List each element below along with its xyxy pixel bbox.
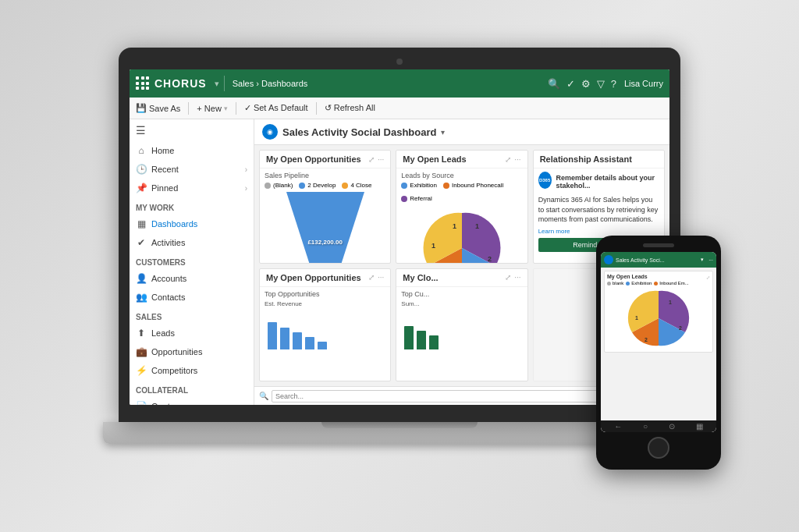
- phone-card-icon[interactable]: ⤢: [706, 275, 710, 280]
- rel-message-short: Remember details about your stakehol...: [556, 174, 659, 190]
- develop-dot: [299, 183, 305, 189]
- refresh-button[interactable]: ↺ Refresh All: [325, 103, 375, 113]
- leads-card: My Open Leads ⤢ ··· Leads by Source: [396, 150, 527, 264]
- sidebar: ☰ ⌂ Home 🕒 Recent › 📌: [130, 119, 254, 405]
- toolbar: 💾 Save As + New ▾ ✓ Set As Default: [130, 98, 669, 119]
- phone-square-icon[interactable]: ○: [643, 422, 648, 431]
- settings-icon[interactable]: ⚙: [581, 78, 591, 90]
- funnel-chart: £132,200.00 0 0: [265, 192, 385, 263]
- phone-content: My Open Leads ⤢ blank Exhibition: [601, 268, 716, 420]
- leads-card-actions: ⤢ ···: [505, 155, 520, 164]
- phone-leads-card: My Open Leads ⤢ blank Exhibition: [604, 271, 713, 353]
- svg-text:1: 1: [669, 300, 672, 305]
- save-as-button[interactable]: 💾 Save As: [136, 103, 180, 113]
- svg-marker-0: [286, 192, 364, 263]
- laptop-screen: CHORUS ▾ Sales › Dashboards 🔍 ✓ ⚙ ▽ ? Li…: [130, 69, 669, 405]
- tasks-icon[interactable]: ✓: [566, 78, 575, 90]
- phone-title: Sales Activity Soci...: [616, 257, 698, 263]
- legend-exhibition: Exhibition: [401, 182, 437, 189]
- accounts-icon: 👤: [136, 273, 147, 284]
- bar-2: [280, 328, 289, 349]
- toolbar-sep-1: [188, 102, 189, 115]
- bar-3: [293, 332, 302, 349]
- phone-nav: Sales Activity Soci... ▾ ···: [601, 252, 716, 268]
- legend-develop: 2 Develop: [299, 182, 336, 189]
- sidebar-item-quotes[interactable]: 📄 Quotes: [130, 397, 254, 405]
- expand-icon[interactable]: ⤢: [368, 155, 375, 164]
- leads-pie-chart: 1 2 2 1 1: [401, 205, 522, 263]
- leads-legend: Exhibition Inbound Phonecall: [401, 182, 522, 202]
- bar-1: [268, 322, 277, 349]
- referral-dot: [401, 196, 407, 202]
- closed-bar-chart: [401, 310, 522, 349]
- scene: CHORUS ▾ Sales › Dashboards 🔍 ✓ ⚙ ▽ ? Li…: [0, 0, 799, 532]
- sidebar-item-leads[interactable]: ⬆ Leads: [130, 324, 254, 342]
- hamburger-icon[interactable]: ☰: [130, 119, 254, 141]
- sidebar-item-competitors[interactable]: ⚡ Competitors: [130, 361, 254, 380]
- card-actions: ⤢ ···: [368, 155, 384, 164]
- top-opp-expand-icon[interactable]: ⤢: [368, 273, 375, 282]
- sidebar-item-contacts[interactable]: 👥 Contacts: [130, 288, 254, 307]
- sidebar-item-pinned[interactable]: 📌 Pinned ›: [130, 179, 254, 197]
- nav-breadcrumb: Sales › Dashboards: [233, 79, 308, 88]
- search-bottom-icon: 🔍: [259, 392, 268, 400]
- svg-text:1: 1: [431, 242, 435, 250]
- phone-app-icon: [604, 255, 613, 264]
- new-button[interactable]: + New ▾: [197, 104, 228, 113]
- app-logo: CHORUS: [154, 77, 207, 90]
- help-icon[interactable]: ?: [611, 78, 616, 90]
- learn-more-link[interactable]: Learn more: [538, 228, 659, 235]
- svg-text:1: 1: [453, 222, 456, 230]
- grid-icon[interactable]: [136, 76, 150, 90]
- top-opp-more-icon[interactable]: ···: [378, 273, 384, 282]
- phone-grid-icon[interactable]: ▦: [696, 422, 703, 431]
- set-default-button[interactable]: ✓ Set As Default: [244, 103, 308, 113]
- phone-home-button[interactable]: [648, 437, 669, 459]
- sidebar-item-dashboards[interactable]: ▦ Dashboards: [130, 215, 254, 233]
- legend-close: 4 Close: [342, 182, 371, 189]
- pie-svg: 1 2 2 1 1: [419, 205, 505, 263]
- closed-more-icon[interactable]: ···: [514, 273, 520, 282]
- top-opportunities-card: My Open Opportunities ⤢ ··· Top Opportun…: [259, 268, 391, 382]
- recent-expand-arrow: ›: [245, 165, 247, 174]
- legend-inbound: Inbound Phonecall: [443, 182, 503, 189]
- collateral-section: Collateral: [130, 380, 254, 397]
- laptop-notch: [321, 422, 478, 428]
- dashboard-title-bar: ◉ Sales Activity Social Dashboard ▾: [254, 119, 669, 145]
- phone-bottom-bar: ← ○ ⊙ ▦: [601, 420, 716, 432]
- phone-back-icon[interactable]: ←: [614, 422, 622, 431]
- exhibition-dot: [401, 183, 407, 189]
- recent-icon: 🕒: [136, 164, 147, 175]
- filter-icon[interactable]: ▽: [597, 78, 605, 90]
- bar-5: [318, 342, 327, 349]
- svg-text:2: 2: [488, 255, 492, 263]
- new-dropdown-arrow[interactable]: ▾: [224, 105, 228, 112]
- top-opp-body: Top Opportunities Est. Revenue: [260, 287, 390, 381]
- leads-more-icon[interactable]: ···: [514, 155, 520, 164]
- sidebar-item-opportunities[interactable]: 💼 Opportunities: [130, 342, 254, 361]
- phone-recents-icon[interactable]: ⊙: [669, 422, 675, 431]
- phone-chevron[interactable]: ▾: [701, 257, 704, 263]
- relationship-card-header: Relationship Assistant: [534, 151, 664, 168]
- sidebar-item-home[interactable]: ⌂ Home: [130, 141, 254, 160]
- user-name[interactable]: Lisa Curry: [624, 79, 663, 88]
- crm-app: CHORUS ▾ Sales › Dashboards 🔍 ✓ ⚙ ▽ ? Li…: [130, 69, 669, 405]
- opportunities-card-header: My Open Opportunities ⤢ ···: [260, 151, 390, 168]
- sidebar-item-accounts[interactable]: 👤 Accounts: [130, 269, 254, 288]
- sidebar-item-recent[interactable]: 🕒 Recent ›: [130, 160, 254, 179]
- opportunities-legend: (Blank) 2 Develop: [265, 182, 385, 189]
- sidebar-item-activities[interactable]: ✔ Activities: [130, 233, 254, 252]
- dashboard-chevron[interactable]: ▾: [441, 128, 445, 137]
- funnel-value: £132,200.00: [307, 239, 343, 246]
- competitors-icon: ⚡: [136, 365, 147, 376]
- leads-expand-icon[interactable]: ⤢: [505, 155, 511, 164]
- closed-expand-icon[interactable]: ⤢: [505, 273, 511, 282]
- search-icon[interactable]: 🔍: [548, 78, 560, 90]
- top-opp-title: My Open Opportunities: [266, 273, 361, 282]
- bar-4: [305, 337, 314, 349]
- dashboards-icon: ▦: [136, 218, 147, 229]
- nav-dropdown-arrow[interactable]: ▾: [215, 79, 219, 89]
- rel-d365-icon: D365: [538, 172, 552, 189]
- phone-more-icon[interactable]: ···: [708, 257, 713, 263]
- more-icon[interactable]: ···: [378, 155, 384, 164]
